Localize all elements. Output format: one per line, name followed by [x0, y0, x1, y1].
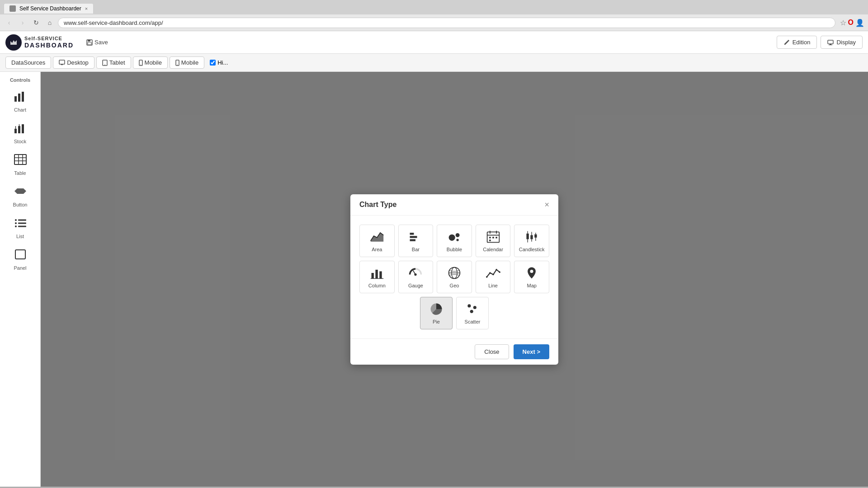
next-button[interactable]: Next >	[514, 344, 549, 359]
mobile-label-2: Mobile	[181, 59, 198, 66]
candlestick-label: Candlestick	[519, 247, 545, 252]
back-btn[interactable]: ‹	[4, 17, 14, 28]
chart-type-line[interactable]: Line	[476, 261, 511, 293]
sidebar-item-panel[interactable]: Panel	[2, 244, 38, 274]
display-button[interactable]: Display	[821, 36, 863, 49]
svg-point-32	[15, 225, 17, 227]
calendar-icon	[486, 230, 500, 244]
chart-type-map[interactable]: Map	[514, 261, 549, 293]
tablet-label: Tablet	[109, 59, 125, 66]
scatter-label: Scatter	[465, 319, 481, 324]
bubble-label: Bubble	[447, 247, 462, 252]
map-label: Map	[527, 283, 536, 288]
svg-rect-58	[379, 271, 382, 278]
pie-icon	[429, 302, 443, 316]
svg-rect-33	[18, 226, 26, 227]
desktop-button[interactable]: Desktop	[53, 56, 94, 69]
save-button[interactable]: Save	[83, 37, 112, 47]
sidebar-panel-label: Panel	[14, 265, 26, 271]
desktop-label: Desktop	[67, 59, 89, 66]
geo-label: Geo	[450, 283, 459, 288]
edit-icon	[783, 39, 790, 46]
forward-btn[interactable]: ›	[17, 17, 28, 28]
profile-icon[interactable]: 👤	[855, 19, 864, 27]
svg-point-12	[140, 64, 141, 65]
map-icon	[524, 266, 539, 280]
sidebar-list-label: List	[16, 234, 24, 239]
panel-icon	[14, 248, 27, 263]
svg-rect-46	[489, 237, 491, 239]
mobile-button-2[interactable]: Mobile	[170, 56, 204, 69]
chart-type-area[interactable]: Area	[359, 225, 395, 257]
bubble-icon	[447, 230, 462, 244]
bookmark-icon[interactable]: ☆	[840, 19, 846, 27]
app-header: Self-SERVICE DASHBOARD Save Edition Dis	[0, 31, 868, 54]
hide-checkbox[interactable]	[210, 60, 216, 66]
bar-label: Bar	[412, 247, 420, 252]
svg-rect-4	[828, 40, 833, 44]
sidebar-button-label: Button	[13, 202, 28, 207]
hide-checkbox-label: Hi...	[210, 59, 228, 66]
tab-title: Self Service Dashboarder	[19, 5, 81, 12]
area-icon	[370, 230, 384, 244]
chart-type-last-row: Pie Scatter	[359, 297, 549, 329]
chart-type-geo[interactable]: Geo	[437, 261, 472, 293]
chart-type-grid: Area Bar	[359, 225, 549, 293]
toolbar: DataSources Desktop Tablet Mobile Mobile…	[0, 54, 868, 72]
chart-type-scatter[interactable]: Scatter	[456, 297, 489, 329]
tablet-button[interactable]: Tablet	[96, 56, 131, 69]
stock-icon	[14, 122, 27, 137]
list-icon	[14, 216, 27, 232]
mobile-icon-2	[175, 60, 179, 66]
header-nav: Edition Display	[777, 36, 863, 49]
address-bar[interactable]	[58, 18, 835, 28]
tablet-icon	[102, 60, 108, 66]
sidebar-item-stock[interactable]: Stock	[2, 118, 38, 148]
chart-type-pie[interactable]: Pie	[420, 297, 453, 329]
chart-type-candlestick[interactable]: Candlestick	[514, 225, 549, 257]
svg-point-10	[104, 64, 105, 65]
reload-btn[interactable]: ↻	[31, 17, 42, 28]
sidebar-item-list[interactable]: List	[2, 213, 38, 243]
home-btn[interactable]: ⌂	[44, 17, 55, 28]
calendar-label: Calendar	[483, 247, 503, 252]
save-label: Save	[94, 39, 108, 46]
sidebar-item-button[interactable]: Button	[2, 181, 38, 211]
browser-chrome: Self Service Dashboarder × ‹ › ↻ ⌂ ☆ O 👤	[0, 0, 868, 31]
svg-rect-2	[88, 40, 90, 42]
svg-rect-56	[371, 273, 373, 278]
chart-type-modal: Chart Type × Area	[350, 194, 558, 365]
browser-tab[interactable]: Self Service Dashboarder ×	[4, 3, 94, 14]
opera-icon[interactable]: O	[848, 19, 854, 27]
close-button[interactable]: Close	[475, 344, 509, 359]
save-icon	[86, 39, 93, 46]
sidebar-item-chart[interactable]: Chart	[2, 86, 38, 116]
sidebar-item-table[interactable]: Table	[2, 150, 38, 179]
edition-button[interactable]: Edition	[777, 36, 817, 49]
mobile-label-1: Mobile	[145, 59, 162, 66]
chart-type-gauge[interactable]: Gauge	[398, 261, 434, 293]
tab-bar: Self Service Dashboarder ×	[0, 0, 868, 14]
chart-type-bubble[interactable]: Bubble	[437, 225, 472, 257]
svg-point-66	[489, 272, 491, 274]
svg-point-39	[449, 234, 455, 240]
modal-close-button[interactable]: ×	[544, 201, 549, 209]
svg-rect-55	[534, 234, 537, 237]
svg-point-68	[495, 269, 497, 271]
modal-footer: Close Next >	[350, 338, 558, 365]
chart-type-bar[interactable]: Bar	[398, 225, 434, 257]
controls-label: Controls	[0, 77, 40, 83]
mobile-button-1[interactable]: Mobile	[133, 56, 168, 69]
gauge-label: Gauge	[408, 283, 423, 288]
svg-line-61	[413, 270, 415, 274]
mobile-icon-1	[139, 60, 143, 66]
chart-type-column[interactable]: Column	[359, 261, 395, 293]
tab-close-btn[interactable]: ×	[85, 6, 88, 11]
svg-point-41	[456, 239, 458, 241]
svg-rect-6	[829, 45, 832, 45]
chart-type-calendar[interactable]: Calendar	[476, 225, 511, 257]
svg-rect-51	[527, 233, 529, 239]
svg-rect-23	[14, 155, 26, 164]
datasources-button[interactable]: DataSources	[5, 56, 51, 69]
svg-rect-18	[14, 129, 17, 133]
